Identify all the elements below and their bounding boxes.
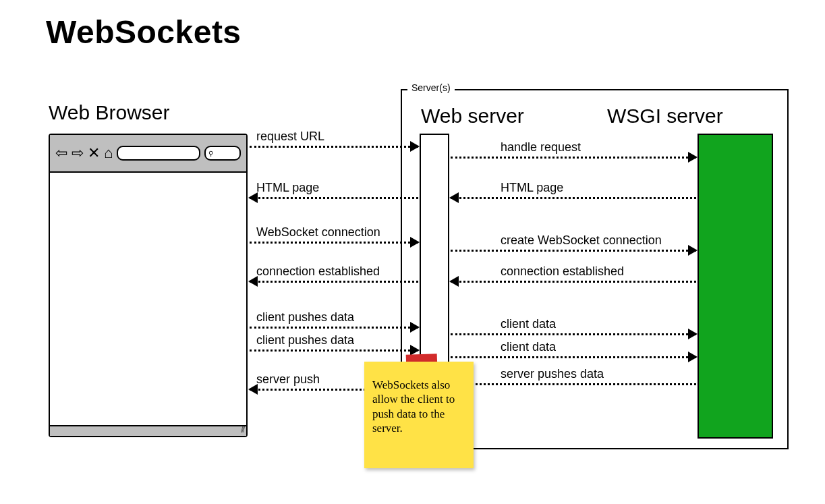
message-arrow: client pushes data	[250, 349, 418, 350]
arrow-line	[451, 250, 696, 252]
forward-icon: ⇨	[72, 146, 84, 161]
arrow-line	[451, 356, 696, 358]
message-arrow: handle request	[451, 157, 696, 157]
arrow-label: connection established	[256, 264, 380, 279]
arrow-head-right-icon	[688, 329, 698, 339]
arrow-label: create WebSocket connection	[501, 233, 662, 248]
arrow-line	[250, 197, 418, 199]
url-bar	[117, 146, 200, 161]
arrow-line	[451, 157, 696, 159]
message-arrow: server pushes data	[451, 383, 696, 384]
message-arrow: client data	[451, 333, 696, 334]
arrow-label: client pushes data	[256, 333, 354, 347]
home-icon: ⌂	[104, 146, 113, 161]
arrow-line	[250, 242, 418, 244]
browser-window: ⇦ ⇨ ✕ ⌂ ⚲ ///	[49, 134, 248, 437]
servers-group-label: Server(s)	[407, 82, 455, 93]
arrow-line	[451, 383, 696, 385]
arrow-label: WebSocket connection	[256, 225, 380, 240]
message-arrow: HTML page	[451, 197, 696, 198]
arrow-line	[451, 281, 696, 283]
back-icon: ⇦	[55, 146, 67, 161]
arrow-label: server push	[256, 372, 320, 387]
search-box: ⚲	[204, 146, 241, 161]
arrow-label: client pushes data	[256, 310, 354, 325]
message-arrow: connection established	[451, 281, 696, 281]
browser-status-bar: ///	[50, 425, 246, 436]
arrow-head-left-icon	[449, 276, 459, 287]
arrow-label: HTML page	[501, 181, 563, 195]
arrow-label: client data	[501, 317, 556, 331]
diagram-title: WebSockets	[46, 13, 241, 51]
arrow-line	[250, 146, 418, 148]
arrow-label: server pushes data	[501, 367, 604, 381]
arrow-head-right-icon	[410, 322, 420, 333]
resize-grip-icon: ///	[241, 425, 244, 435]
arrow-head-right-icon	[410, 141, 420, 152]
arrow-head-right-icon	[688, 245, 698, 256]
arrow-line	[451, 197, 696, 199]
message-arrow: WebSocket connection	[250, 242, 418, 242]
browser-label: Web Browser	[49, 101, 170, 124]
arrow-line	[250, 349, 418, 352]
arrow-label: handle request	[501, 140, 581, 155]
sticky-note: WebSockets also allow the client to push…	[364, 362, 474, 468]
message-arrow: create WebSocket connection	[451, 250, 696, 250]
message-arrow: client data	[451, 356, 696, 357]
arrow-label: request URL	[256, 130, 324, 144]
message-arrow: client pushes data	[250, 327, 418, 327]
arrow-line	[250, 327, 418, 329]
message-arrow: HTML page	[250, 197, 418, 198]
arrow-label: connection established	[501, 264, 624, 279]
arrow-head-left-icon	[449, 192, 459, 203]
browser-toolbar: ⇦ ⇨ ✕ ⌂ ⚲	[50, 135, 246, 173]
wsgi-server-lifeline	[698, 134, 773, 439]
arrow-label: HTML page	[256, 181, 319, 195]
arrow-line	[451, 333, 696, 335]
arrow-head-right-icon	[688, 152, 698, 163]
search-icon: ⚲	[208, 150, 213, 157]
stop-icon: ✕	[88, 146, 100, 161]
arrow-label: client data	[501, 340, 556, 354]
arrow-head-right-icon	[688, 352, 698, 362]
wsgi-server-label: WSGI server	[607, 105, 723, 128]
arrow-head-right-icon	[410, 237, 420, 248]
arrow-line	[250, 281, 418, 283]
message-arrow: connection established	[250, 281, 418, 281]
web-server-label: Web server	[421, 105, 524, 128]
message-arrow: request URL	[250, 146, 418, 146]
diagram-stage: WebSockets Web Browser ⇦ ⇨ ✕ ⌂ ⚲ /// Ser…	[0, 0, 825, 504]
